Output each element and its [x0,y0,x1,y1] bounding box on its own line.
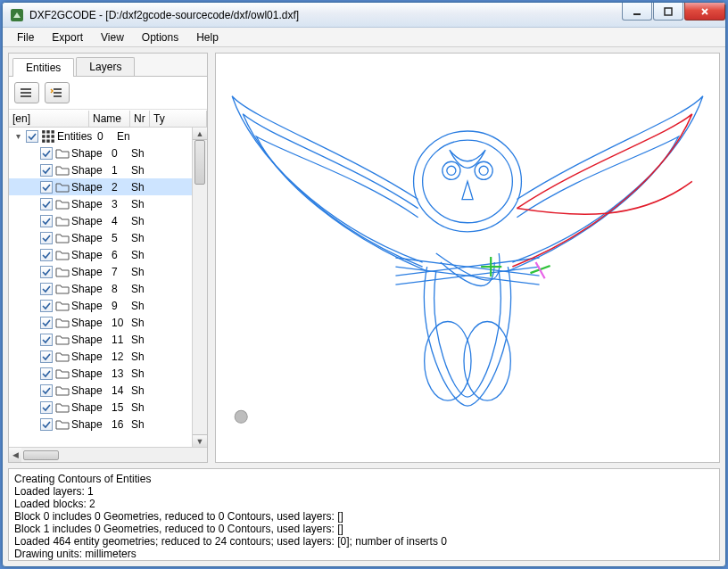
svg-rect-1 [633,13,641,15]
menu-options[interactable]: Options [133,29,187,45]
checkbox-icon[interactable] [40,401,53,414]
cell-name: Shape [70,283,110,295]
tree-row-shape[interactable]: Shape2Sh [9,178,192,195]
cell-name: Shape [70,181,110,194]
tree-row-shape[interactable]: Shape3Sh [9,195,192,212]
checkbox-icon[interactable] [40,317,53,329]
menu-help[interactable]: Help [187,29,228,45]
menubar: File Export View Options Help [3,28,725,47]
checkbox-icon[interactable] [40,334,53,346]
close-button[interactable] [684,3,725,21]
cell-nr: 15 [110,401,129,414]
svg-rect-14 [51,135,54,137]
tree-hscrollbar[interactable]: ◀ [9,447,207,462]
vscroll-thumb[interactable] [194,140,205,185]
minimize-button[interactable] [622,3,652,21]
tree-row-shape[interactable]: Shape10Sh [9,314,192,331]
checkbox-icon[interactable] [40,300,53,312]
tab-layers[interactable]: Layers [76,57,135,76]
tree-row-root[interactable]: ▾Entities0En [9,128,192,144]
svg-point-23 [479,166,488,175]
checkbox-icon[interactable] [26,130,38,143]
tree-row-shape[interactable]: Shape6Sh [9,246,192,263]
drawing-svg [216,54,719,462]
checkbox-icon[interactable] [40,198,53,210]
cell-nr: 3 [110,198,129,210]
tree-row-shape[interactable]: Shape7Sh [9,263,192,280]
checkbox-icon[interactable] [40,164,53,177]
expand-all-button[interactable] [45,82,70,103]
scroll-down-icon[interactable]: ▼ [193,434,207,447]
maximize-button[interactable] [653,3,683,21]
checkbox-icon[interactable] [40,418,53,431]
drawing-canvas[interactable] [215,53,720,463]
folder-icon [55,198,70,210]
cell-type: Sh [129,384,192,397]
app-window: DXF2GCODE - [D:/dxf2gcode-sourcecode/dxf… [2,2,726,567]
titlebar[interactable]: DXF2GCODE - [D:/dxf2gcode-sourcecode/dxf… [3,3,725,28]
cell-name: Shape [70,418,110,431]
tree-row-shape[interactable]: Shape0Sh [9,144,192,161]
cell-nr: 2 [110,181,129,194]
cell-name: Shape [70,300,110,312]
tree-row-shape[interactable]: Shape4Sh [9,212,192,229]
tree-row-shape[interactable]: Shape11Sh [9,331,192,348]
folder-icon [55,334,70,346]
tree-row-shape[interactable]: Shape13Sh [9,365,192,382]
hscroll-thumb[interactable] [23,450,59,460]
col-nr[interactable]: Nr [130,111,150,127]
tree-row-shape[interactable]: Shape1Sh [9,161,192,178]
checkbox-icon[interactable] [40,232,53,244]
tree-row-shape[interactable]: Shape5Sh [9,229,192,246]
menu-export[interactable]: Export [43,29,92,45]
svg-point-22 [447,166,456,175]
cell-nr: 0 [95,130,115,143]
side-panel: Entities Layers [en] Name Nr Ty [8,53,208,463]
cell-type: Sh [129,350,192,363]
col-name[interactable]: Name [89,111,130,127]
checkbox-icon[interactable] [40,283,53,295]
tree-row-shape[interactable]: Shape16Sh [9,416,192,433]
folder-icon [55,181,70,194]
cell-type: Sh [129,418,192,431]
cell-name: Shape [70,384,110,397]
checkbox-icon[interactable] [40,350,53,363]
cell-name: Shape [70,215,110,227]
tree-row-shape[interactable]: Shape12Sh [9,348,192,365]
checkbox-icon[interactable] [40,384,53,397]
folder-icon [55,317,70,329]
cell-nr: 10 [110,317,129,329]
checkbox-icon[interactable] [40,266,53,278]
side-toolbar [9,77,207,110]
tree-vscrollbar[interactable]: ▲ ▼ [192,128,207,447]
svg-rect-4 [21,92,31,94]
folder-icon [55,401,70,414]
scroll-left-icon[interactable]: ◀ [9,448,21,462]
content-area: Entities Layers [en] Name Nr Ty [3,47,725,566]
scroll-up-icon[interactable]: ▲ [193,128,207,140]
cell-nr: 11 [110,334,129,346]
tree-row-shape[interactable]: Shape15Sh [9,399,192,416]
svg-rect-2 [665,8,672,15]
cell-name: Shape [70,367,110,380]
svg-rect-13 [46,135,49,137]
col-type[interactable]: Ty [150,111,207,127]
menu-view[interactable]: View [92,29,133,45]
checkbox-icon[interactable] [40,215,53,227]
tree-row-shape[interactable]: Shape8Sh [9,280,192,297]
col-enable[interactable]: [en] [9,111,89,127]
tree-row-shape[interactable]: Shape14Sh [9,382,192,399]
cell-nr: 8 [110,283,129,295]
cell-type: En [115,130,192,143]
menu-file[interactable]: File [8,29,43,45]
checkbox-icon[interactable] [40,367,53,380]
tab-entities[interactable]: Entities [12,58,74,77]
checkbox-icon[interactable] [40,249,53,261]
checkbox-icon[interactable] [40,181,53,194]
tree-row-shape[interactable]: Shape9Sh [9,297,192,314]
checkbox-icon[interactable] [40,147,53,160]
log-panel[interactable]: Creating Contours of Entities Loaded lay… [8,468,720,561]
collapse-all-button[interactable] [14,82,39,103]
cell-type: Sh [129,266,192,278]
cell-name: Shape [70,334,110,346]
